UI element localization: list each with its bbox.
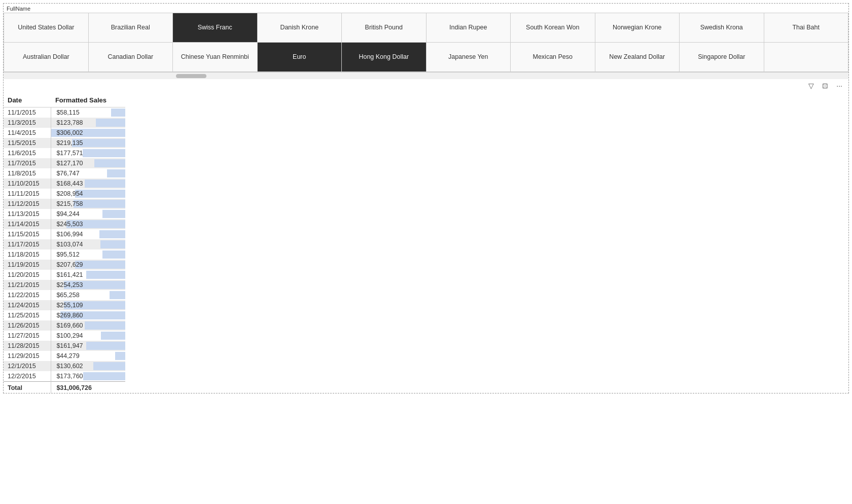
cell-date: 11/24/2015 [4,300,51,310]
cell-date: 11/20/2015 [4,270,51,280]
cell-sales: $123,788 [51,118,125,128]
table-row: 11/4/2015$306,002 [4,128,125,138]
table-row: 11/14/2015$245,503 [4,219,125,229]
cell-sales: $100,294 [51,331,125,341]
table-row: 11/20/2015$161,421 [4,270,125,280]
cell-sales: $269,860 [51,310,125,320]
table-row: 11/25/2015$269,860 [4,310,125,320]
currency-cell[interactable]: Brazilian Real [89,13,173,43]
table-row: 12/2/2015$173,760 [4,371,125,382]
currency-cell[interactable]: Danish Krone [258,13,342,43]
cell-date: 11/4/2015 [4,128,51,138]
cell-sales: $177,571 [51,148,125,158]
total-row: Total$31,006,726 [4,382,125,393]
currency-cell[interactable]: Australian Dollar [4,43,89,72]
table-row: 11/22/2015$65,258 [4,290,125,300]
table-row: 11/6/2015$177,571 [4,148,125,158]
cell-sales: $219,135 [51,138,125,148]
cell-sales: $254,253 [51,280,125,290]
currency-cell[interactable]: Singapore Dollar [680,43,764,72]
table-row: 11/3/2015$123,788 [4,118,125,128]
filter-icon[interactable]: ▽ [806,81,816,91]
outer-panel: FullName United States DollarBrazilian R… [3,3,849,393]
cell-sales: $95,512 [51,249,125,260]
horizontal-scrollbar[interactable] [4,72,848,79]
table-row: 11/8/2015$76,747 [4,168,125,178]
cell-sales: $208,954 [51,189,125,199]
cell-date: 11/28/2015 [4,341,51,351]
cell-date: 11/15/2015 [4,229,51,239]
cell-date: 11/11/2015 [4,189,51,199]
currency-cell[interactable]: Thai Baht [764,13,849,43]
table-row: 11/10/2015$168,443 [4,178,125,189]
cell-sales: $94,244 [51,209,125,219]
cell-sales: $306,002 [51,128,125,138]
cell-date: 11/5/2015 [4,138,51,148]
cell-date: 11/29/2015 [4,351,51,361]
currency-cell[interactable]: Chinese Yuan Renminbi [173,43,258,72]
scroll-thumb[interactable] [176,74,206,78]
sales-table: Date Formatted Sales 11/1/2015$58,11511/… [4,94,125,393]
more-options-icon[interactable]: ··· [834,81,844,91]
cell-date: 11/3/2015 [4,118,51,128]
currency-cell[interactable]: Euro [258,43,342,72]
cell-sales: $207,629 [51,260,125,270]
cell-date: 12/2/2015 [4,371,51,382]
cell-sales: $127,170 [51,158,125,168]
table-row: 11/12/2015$215,758 [4,199,125,209]
cell-sales: $255,109 [51,300,125,310]
currency-cell[interactable]: New Zealand Dollar [595,43,680,72]
currency-cell[interactable]: Hong Kong Dollar [342,43,427,72]
table-row: 11/15/2015$106,994 [4,229,125,239]
cell-sales: $44,279 [51,351,125,361]
cell-date: 11/17/2015 [4,239,51,249]
cell-sales: $173,760 [51,371,125,382]
currency-grid: United States DollarBrazilian RealSwiss … [4,13,848,72]
currency-cell[interactable]: Mexican Peso [511,43,595,72]
currency-cell[interactable]: Japanese Yen [427,43,511,72]
table-row: 11/7/2015$127,170 [4,158,125,168]
table-row: 11/21/2015$254,253 [4,280,125,290]
cell-date: 11/19/2015 [4,260,51,270]
cell-date: 11/21/2015 [4,280,51,290]
table-row: 11/27/2015$100,294 [4,331,125,341]
cell-sales: $58,115 [51,107,125,118]
table-row: 12/1/2015$130,602 [4,361,125,371]
table-row: 11/1/2015$58,115 [4,107,125,118]
currency-cell[interactable] [764,43,849,72]
cell-date: 11/8/2015 [4,168,51,178]
table-row: 11/5/2015$219,135 [4,138,125,148]
currency-cell[interactable]: Canadian Dollar [89,43,173,72]
cell-sales: $65,258 [51,290,125,300]
cell-sales: $161,947 [51,341,125,351]
table-row: 11/17/2015$103,074 [4,239,125,249]
cell-date: 11/26/2015 [4,320,51,331]
field-name-label: FullName [4,4,848,13]
cell-sales: $76,747 [51,168,125,178]
currency-cell[interactable]: United States Dollar [4,13,89,43]
cell-date: 11/1/2015 [4,107,51,118]
currency-cell[interactable]: Norwegian Krone [595,13,680,43]
currency-cell[interactable]: British Pound [342,13,427,43]
currency-cell[interactable]: Swedish Krona [680,13,764,43]
currency-cell[interactable]: Swiss Franc [173,13,258,43]
cell-sales: $169,660 [51,320,125,331]
table-row: 11/18/2015$95,512 [4,249,125,260]
expand-icon[interactable]: ⊡ [820,81,830,91]
currency-cell[interactable]: South Korean Won [511,13,595,43]
cell-date: 11/22/2015 [4,290,51,300]
cell-sales: $161,421 [51,270,125,280]
toolbar: ▽ ⊡ ··· [4,79,848,92]
currency-cell[interactable]: Indian Rupee [427,13,511,43]
cell-date: 11/10/2015 [4,178,51,189]
col-header-formatted-sales: Formatted Sales [51,94,125,107]
cell-date: 11/13/2015 [4,209,51,219]
cell-date: 11/14/2015 [4,219,51,229]
cell-sales: $103,074 [51,239,125,249]
cell-date: 11/27/2015 [4,331,51,341]
total-label: Total [4,382,51,393]
cell-sales: $168,443 [51,178,125,189]
cell-date: 11/12/2015 [4,199,51,209]
table-row: 11/29/2015$44,279 [4,351,125,361]
cell-sales: $130,602 [51,361,125,371]
